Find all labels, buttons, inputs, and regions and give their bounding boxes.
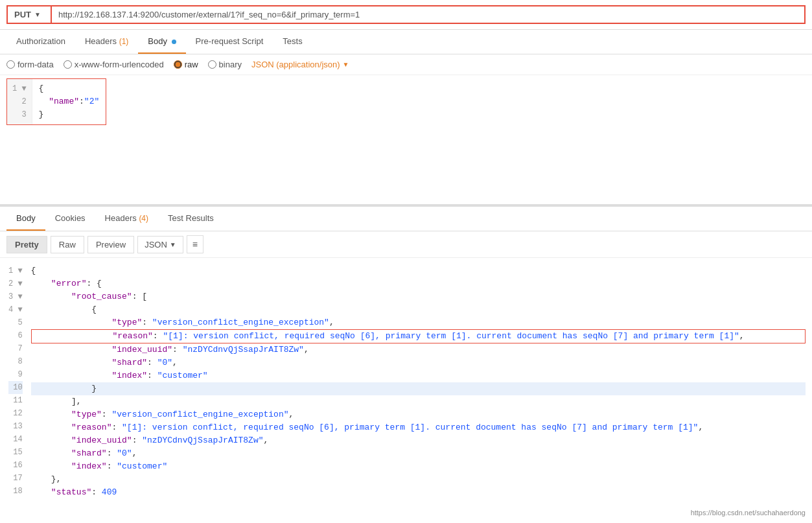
json-format-select[interactable]: JSON ▼ (137, 236, 183, 253)
response-tab-bar: Body Cookies Headers (4) Test Results (0, 207, 812, 231)
resp-line-1: { (31, 264, 806, 277)
method-select[interactable]: PUT ▼ (6, 5, 52, 24)
line-num-1: 1 ▼ (12, 82, 27, 95)
tab-tests[interactable]: Tests (273, 30, 312, 54)
request-code-content[interactable]: { "name":"2" } (32, 79, 106, 124)
tab-headers[interactable]: Headers (1) (75, 30, 138, 54)
body-options-bar: form-data x-www-form-urlencoded raw bina… (0, 54, 812, 75)
resp-ln-14: 14 (8, 433, 23, 446)
response-tab-body[interactable]: Body (6, 207, 45, 231)
response-body: 1 ▼ 2 ▼ 3 ▼ 4 ▼ 5 6 7 8 9 10 11 12 13 14… (0, 258, 812, 506)
resp-line-8: "shard": "0", (31, 356, 806, 369)
resp-line-7: "index_uuid": "nzDYCdnvQjSsapJrAIT8Zw", (31, 343, 806, 356)
resp-ln-6: 6 (8, 329, 23, 342)
tab-prerequest[interactable]: Pre-request Script (186, 30, 273, 54)
request-bar: PUT ▼ (0, 0, 812, 30)
response-line-numbers: 1 ▼ 2 ▼ 3 ▼ 4 ▼ 5 6 7 8 9 10 11 12 13 14… (3, 261, 28, 502)
resp-line-2: "error": { (31, 277, 806, 290)
response-tab-cookies[interactable]: Cookies (45, 207, 95, 231)
resp-line-12: "type": "version_conflict_engine_excepti… (31, 408, 806, 421)
resp-line-10: } (31, 382, 806, 395)
resp-line-9: "index": "customer" (31, 369, 806, 382)
resp-ln-17: 17 (8, 472, 23, 485)
request-line-numbers: 1 ▼ 2 3 (7, 79, 32, 124)
body-dot-icon (172, 40, 176, 44)
resp-ln-13: 13 (8, 420, 23, 433)
req-line-2: "name":"2" (39, 95, 100, 108)
option-form-data[interactable]: form-data (6, 60, 54, 69)
resp-ln-16: 16 (8, 459, 23, 472)
resp-line-13: "reason": "[1]: version conflict, requir… (31, 421, 806, 434)
response-toolbar: Pretty Raw Preview JSON ▼ ≡ (0, 231, 812, 258)
resp-line-11: ], (31, 395, 806, 408)
line-num-3: 3 (12, 108, 27, 121)
footer: https://blog.csdn.net/suchahaerdong (0, 506, 812, 520)
json-type-arrow-icon: ▼ (343, 61, 349, 68)
response-headers-badge: (4) (139, 214, 148, 223)
resp-ln-5: 5 (8, 316, 23, 329)
resp-line-15: "shard": "0", (31, 447, 806, 460)
resp-ln-1: 1 ▼ (8, 264, 23, 277)
resp-ln-15: 15 (8, 446, 23, 459)
resp-ln-7: 7 (8, 342, 23, 355)
resp-line-16: "index": "customer" (31, 460, 806, 473)
req-line-3: } (39, 108, 100, 121)
method-arrow-icon: ▼ (34, 11, 41, 18)
response-code-content: { "error": { "root_cause": [ { "type": "… (28, 261, 809, 502)
resp-ln-9: 9 (8, 368, 23, 381)
line-num-2: 2 (12, 95, 27, 108)
resp-ln-11: 11 (8, 394, 23, 407)
response-tab-test-results[interactable]: Test Results (158, 207, 224, 231)
option-urlencoded[interactable]: x-www-form-urlencoded (64, 60, 164, 69)
json-type-select[interactable]: JSON (application/json) ▼ (251, 60, 349, 69)
resp-ln-4: 4 ▼ (8, 303, 23, 316)
req-line-1: { (39, 82, 100, 95)
resp-ln-10: 10 (8, 381, 23, 394)
resp-line-3: "root_cause": [ (31, 290, 806, 303)
resp-ln-8: 8 (8, 355, 23, 368)
resp-ln-18: 18 (8, 485, 23, 498)
method-label: PUT (14, 10, 31, 19)
request-tab-bar: Authorization Headers (1) Body Pre-reque… (0, 30, 812, 54)
raw-button[interactable]: Raw (51, 236, 84, 253)
resp-ln-12: 12 (8, 407, 23, 420)
request-editor: 1 ▼ 2 3 { "name":"2" } (0, 75, 812, 205)
option-raw[interactable]: raw (174, 60, 198, 69)
url-input[interactable] (52, 5, 806, 24)
request-body-box: 1 ▼ 2 3 { "name":"2" } (6, 78, 106, 125)
pretty-button[interactable]: Pretty (6, 236, 47, 253)
preview-button[interactable]: Preview (87, 236, 134, 253)
resp-line-17: }, (31, 473, 806, 486)
resp-line-4: { (31, 303, 806, 316)
resp-line-5: "type": "version_conflict_engine_excepti… (31, 316, 806, 329)
resp-line-18: "status": 409 (31, 486, 806, 499)
response-section: Body Cookies Headers (4) Test Results Pr… (0, 205, 812, 520)
resp-ln-3: 3 ▼ (8, 290, 23, 303)
response-code-area: 1 ▼ 2 ▼ 3 ▼ 4 ▼ 5 6 7 8 9 10 11 12 13 14… (3, 261, 809, 502)
resp-line-6: "reason": "[1]: version conflict, requir… (31, 329, 806, 343)
resp-line-14: "index_uuid": "nzDYCdnvQjSsapJrAIT8Zw", (31, 434, 806, 447)
option-binary[interactable]: binary (208, 60, 242, 69)
json-format-arrow-icon: ▼ (170, 241, 176, 248)
headers-badge: (1) (119, 37, 129, 46)
tab-body[interactable]: Body (138, 30, 185, 54)
resp-ln-2: 2 ▼ (8, 277, 23, 290)
filter-button[interactable]: ≡ (187, 235, 203, 253)
tab-authorization[interactable]: Authorization (6, 30, 75, 54)
response-tab-headers[interactable]: Headers (4) (95, 207, 158, 231)
